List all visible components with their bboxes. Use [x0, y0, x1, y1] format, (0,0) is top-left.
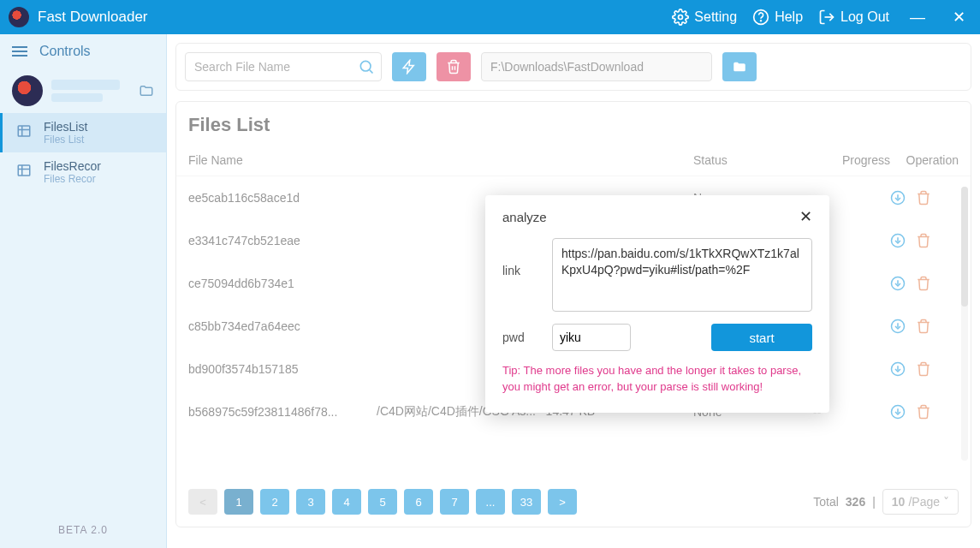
user-name-blurred	[51, 80, 120, 90]
help-icon	[752, 9, 769, 26]
link-input[interactable]	[552, 238, 812, 312]
pwd-label: pwd	[502, 331, 537, 344]
table-icon	[15, 161, 33, 180]
svg-rect-3	[18, 126, 30, 136]
svg-rect-4	[18, 165, 30, 176]
logout-icon	[818, 9, 835, 26]
minimize-button[interactable]: —	[905, 9, 930, 27]
help-label: Help	[775, 9, 803, 25]
sidebar: Controls FilesList Files List	[0, 34, 167, 548]
modal-tip: Tip: The more files you have and the lon…	[502, 363, 812, 396]
table-icon	[15, 122, 33, 140]
app-title: Fast Downloader	[38, 9, 148, 26]
beta-label: BETA 2.0	[0, 512, 166, 548]
app-logo	[9, 7, 29, 27]
modal-title: analyze	[502, 210, 547, 224]
nav-sub: Files List	[44, 134, 87, 146]
content-area: Files List File Name Status Progress Ope…	[167, 34, 980, 548]
svg-point-0	[679, 15, 683, 20]
link-label: link	[502, 264, 537, 277]
avatar	[12, 75, 43, 106]
menu-icon[interactable]	[12, 46, 27, 57]
logout-label: Log Out	[840, 9, 889, 25]
analyze-modal: analyze ✕ link pwd start Tip: The more f…	[485, 195, 829, 413]
setting-label: Setting	[694, 9, 737, 25]
svg-point-2	[761, 21, 762, 21]
gear-icon	[672, 9, 689, 26]
nav-sub: Files Recor	[44, 173, 101, 185]
nav-title: FilesRecor	[44, 159, 101, 173]
sidebar-item-filesrecor[interactable]: FilesRecor Files Recor	[0, 152, 166, 192]
logout-button[interactable]: Log Out	[818, 9, 889, 26]
sidebar-item-fileslist[interactable]: FilesList Files List	[0, 113, 166, 152]
nav-title: FilesList	[44, 120, 87, 134]
close-window-button[interactable]: ✕	[946, 8, 971, 27]
setting-button[interactable]: Setting	[672, 9, 737, 26]
start-button[interactable]: start	[711, 324, 812, 351]
user-row	[0, 68, 166, 113]
user-sub-blurred	[51, 93, 103, 102]
pwd-input[interactable]	[552, 324, 631, 351]
help-button[interactable]: Help	[752, 9, 803, 26]
folder-icon[interactable]	[139, 83, 154, 98]
titlebar: Fast Downloader Setting Help Log Out — ✕	[0, 0, 980, 34]
sidebar-heading: Controls	[39, 44, 91, 59]
close-icon[interactable]: ✕	[799, 207, 812, 226]
